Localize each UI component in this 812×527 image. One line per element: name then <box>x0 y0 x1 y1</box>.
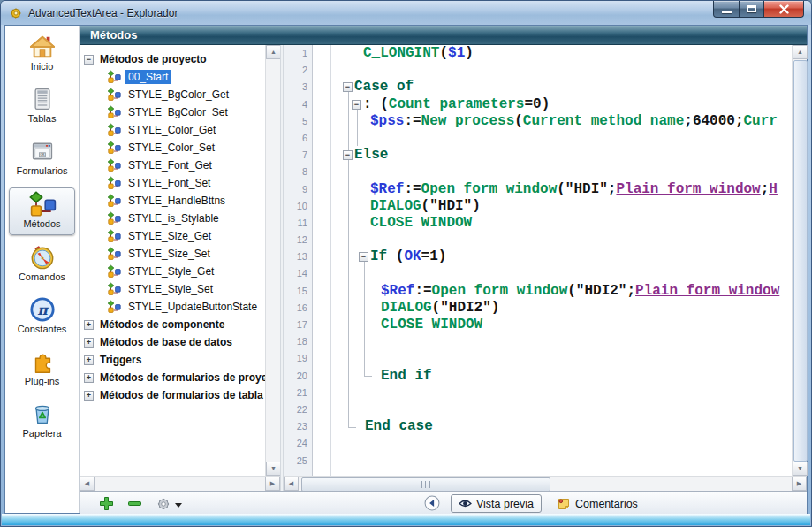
sidebar-item-formularios[interactable]: OKFormularios <box>9 135 75 181</box>
tree-section[interactable]: +Métodos de formularios de tabla <box>80 386 265 404</box>
maximize-button[interactable] <box>740 1 764 18</box>
code-token-cmd: DIALOG <box>370 198 421 214</box>
code-token-plain: ("HDI2") <box>432 300 500 316</box>
collapse-icon[interactable]: − <box>84 55 94 65</box>
scroll-up-icon[interactable]: ▲ <box>266 45 281 59</box>
scroll-down-icon[interactable]: ▼ <box>793 462 808 476</box>
tree-item[interactable]: STYLE_Style_Set <box>80 280 265 298</box>
forms-icon: OK <box>29 137 56 164</box>
scroll-down-icon[interactable]: ▼ <box>266 462 281 476</box>
close-button[interactable] <box>764 1 804 18</box>
expand-icon[interactable]: + <box>84 338 94 348</box>
comments-button[interactable]: Comentarios <box>557 494 638 513</box>
tree-item-label: STYLE_UpdateButtonState <box>125 300 260 314</box>
tree-item[interactable]: STYLE_BgColor_Get <box>80 86 265 103</box>
puzzle-icon <box>29 348 56 375</box>
maximize-icon <box>747 5 756 12</box>
tree-section[interactable]: +Métodos de componente <box>80 316 265 333</box>
code-area[interactable]: C_LONGINT($1)−Case of−: (Count parameter… <box>313 45 792 476</box>
sidebar-item-tablas[interactable]: Tablas <box>9 83 75 129</box>
scroll-left-icon[interactable]: ◀ <box>80 477 95 491</box>
code-token-kw: End if <box>381 368 432 384</box>
code-token-plain: =0) <box>524 96 550 112</box>
sidebar: InicioTablasOKFormulariosMétodosComandos… <box>5 26 80 513</box>
collapse-panel-button[interactable] <box>424 495 440 511</box>
tree-item[interactable]: STYLE_Font_Get <box>80 157 265 174</box>
tree-section[interactable]: +Métodos de base de datos <box>80 333 265 351</box>
tree-item[interactable]: STYLE_Style_Get <box>80 263 265 280</box>
tree-item[interactable]: STYLE_HandleBttns <box>80 192 265 210</box>
expand-icon[interactable]: + <box>84 320 94 330</box>
code-line: $pss:=New process(Current method name;64… <box>313 113 792 130</box>
thumb-grip-icon <box>421 481 430 488</box>
code-token-const: Plain form window <box>635 283 779 299</box>
tree-item[interactable]: STYLE_Font_Set <box>80 174 265 192</box>
tree-item[interactable]: STYLE_BgColor_Set <box>80 103 265 121</box>
code-line: End case <box>313 418 792 435</box>
expand-icon[interactable]: + <box>84 391 94 401</box>
tree-section[interactable]: +Triggers <box>80 351 265 369</box>
scrollbar-thumb[interactable] <box>793 60 808 462</box>
methods-tree[interactable]: −Métodos de proyecto00_StartSTYLE_BgColo… <box>80 45 265 476</box>
code-line <box>313 385 792 401</box>
line-number: 10 <box>284 198 312 215</box>
fold-toggle-icon[interactable]: − <box>343 150 353 160</box>
fold-toggle-icon[interactable]: − <box>343 82 353 92</box>
tree-item[interactable]: STYLE_UpdateButtonState <box>80 298 265 316</box>
home-icon <box>29 33 56 60</box>
tree-item[interactable]: STYLE_Size_Set <box>80 245 265 263</box>
compass-icon <box>29 243 56 271</box>
sidebar-item-comandos[interactable]: Comandos <box>9 241 75 287</box>
line-number: 3 <box>284 79 312 95</box>
tree-item[interactable]: STYLE_Size_Get <box>80 227 265 245</box>
fold-toggle-icon[interactable]: − <box>359 252 368 262</box>
sidebar-item-papelera[interactable]: Papelera <box>9 398 75 444</box>
tree-item[interactable]: STYLE_Color_Set <box>80 139 265 157</box>
line-number: 15 <box>284 283 312 300</box>
editor-vertical-scrollbar[interactable]: ▲ ▼ <box>792 45 807 476</box>
method-icon <box>107 282 121 296</box>
method-icon <box>107 176 121 190</box>
sidebar-item-inicio[interactable]: Inicio <box>9 31 75 77</box>
tree-item[interactable]: STYLE_Color_Get <box>80 121 265 139</box>
title-bar[interactable]: AdvancedTextArea - Explorador <box>1 1 811 25</box>
code-token-var: $pss <box>370 113 404 129</box>
sidebar-item-metodos[interactable]: Métodos <box>9 187 75 235</box>
method-icon <box>107 211 121 225</box>
preview-button[interactable]: Vista previa <box>451 494 542 513</box>
sidebar-item-constantes[interactable]: πConstantes <box>9 294 75 340</box>
tree-section-label: Métodos de formularios de tabla <box>100 389 263 401</box>
tree-vertical-scrollbar[interactable]: ▲ ▼ <box>265 45 280 476</box>
code-token-plain: ("HDI") <box>421 198 481 214</box>
line-number: 25 <box>284 453 312 470</box>
code-token-plain: ( <box>387 248 404 264</box>
main-panel: Métodos −Métodos de proyecto00_StartSTYL… <box>80 26 807 513</box>
tree-item[interactable]: STYLE_is_Stylable <box>80 210 265 227</box>
code-token-cmd: Count parameters <box>389 96 525 112</box>
tree-section[interactable]: −Métodos de proyecto <box>80 50 265 68</box>
editor-horizontal-scrollbar[interactable]: ◀ ▶ <box>284 476 807 491</box>
code-token-plain: ) <box>465 45 474 61</box>
line-number: 20 <box>284 368 312 385</box>
delete-method-button[interactable] <box>127 496 142 511</box>
fold-toggle-icon[interactable]: − <box>352 100 361 110</box>
code-editor[interactable]: 1234567891011121314151617181920212223242… <box>284 45 807 476</box>
sidebar-item-plugins[interactable]: Plug-ins <box>9 346 75 392</box>
options-menu-button[interactable] <box>156 496 182 512</box>
code-token-var: $Ref <box>381 283 414 299</box>
expand-icon[interactable]: + <box>84 373 94 383</box>
line-number: 13 <box>284 248 312 265</box>
tree-item-label: STYLE_Color_Set <box>125 141 217 155</box>
scroll-right-icon[interactable]: ▶ <box>265 477 280 491</box>
tree-item[interactable]: 00_Start <box>80 68 265 86</box>
code-token-cmd: CLOSE WINDOW <box>370 215 472 231</box>
scroll-right-icon[interactable]: ▶ <box>792 477 807 491</box>
scroll-up-icon[interactable]: ▲ <box>793 45 808 59</box>
scroll-left-icon[interactable]: ◀ <box>284 477 299 491</box>
scrollbar-thumb[interactable] <box>301 477 550 492</box>
expand-icon[interactable]: + <box>84 355 94 365</box>
add-method-button[interactable] <box>99 496 114 511</box>
tree-section[interactable]: +Métodos de formularios de proyecto <box>80 369 265 386</box>
tree-horizontal-scrollbar[interactable]: ◀ ▶ <box>80 476 280 491</box>
minimize-button[interactable] <box>713 1 740 18</box>
